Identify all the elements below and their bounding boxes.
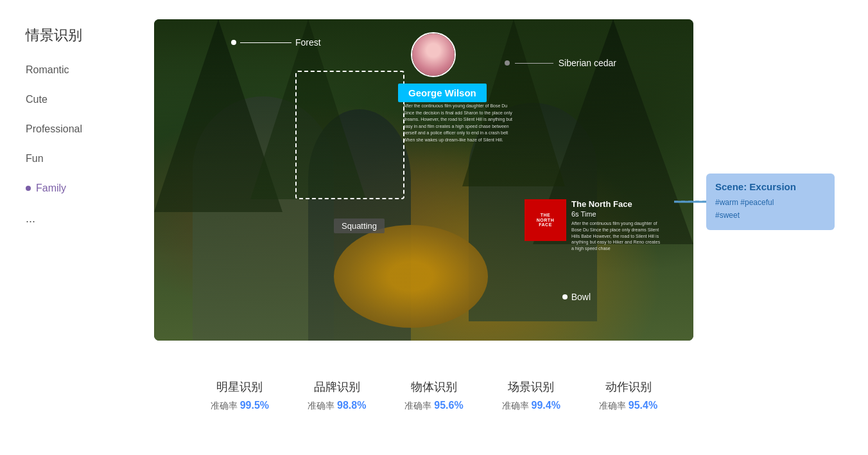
stat-rate: 准确率 99.4% <box>502 400 560 412</box>
stat-title: 动作识别 <box>605 379 652 395</box>
stat-rate: 准确率 95.4% <box>599 400 657 412</box>
stat-percent: 95.6% <box>434 400 463 411</box>
sidebar-item-romantic[interactable]: Romantic <box>26 64 141 76</box>
stat-percent: 98.8% <box>337 400 366 411</box>
stat-item-4: 动作识别准确率 95.4% <box>599 379 657 412</box>
sidebar-item-fun[interactable]: Fun <box>26 153 141 165</box>
scene-callout-box: Scene: Excursion #warm #peaceful #sweet <box>706 174 835 230</box>
stat-item-0: 明星识别准确率 99.5% <box>211 379 269 412</box>
stat-percent: 99.4% <box>532 400 560 411</box>
stat-percent: 95.4% <box>629 400 657 411</box>
photo-background <box>154 19 693 341</box>
stat-item-2: 物体识别准确率 95.6% <box>404 379 463 412</box>
active-bullet <box>26 186 31 191</box>
sidebar-item-family[interactable]: Family <box>26 183 141 194</box>
image-area: Forest George Wilson After the continuou… <box>154 19 693 341</box>
sidebar-item-cute[interactable]: Cute <box>26 94 141 105</box>
sidebar-more[interactable]: ... <box>26 212 141 226</box>
sidebar: 情景识别 Romantic Cute Professional Fun Fami… <box>26 19 141 341</box>
sidebar-list: Romantic Cute Professional Fun Family <box>26 64 141 194</box>
stat-rate: 准确率 95.6% <box>404 400 463 412</box>
scene-image: Forest George Wilson After the continuou… <box>154 19 693 341</box>
stat-title: 场景识别 <box>508 379 554 395</box>
stat-rate: 准确率 99.5% <box>211 400 269 412</box>
scene-callout-tags: #warm #peaceful #sweet <box>715 196 826 222</box>
stats-container: 明星识别准确率 99.5%品牌识别准确率 98.8%物体识别准确率 95.6%场… <box>0 360 868 425</box>
sidebar-item-label: Fun <box>26 153 44 165</box>
scene-callout-title: Scene: Excursion <box>715 181 826 192</box>
stat-item-1: 品牌识别准确率 98.8% <box>308 379 366 412</box>
sidebar-item-label: Cute <box>26 94 48 105</box>
stat-item-3: 场景识别准确率 99.4% <box>502 379 560 412</box>
stat-title: 品牌识别 <box>314 379 360 395</box>
stat-title: 明星识别 <box>216 379 263 395</box>
sidebar-item-professional[interactable]: Professional <box>26 123 141 135</box>
sidebar-title: 情景识别 <box>26 26 141 45</box>
stat-rate: 准确率 98.8% <box>308 400 366 412</box>
sidebar-item-label: Professional <box>26 123 82 135</box>
stat-percent: 99.5% <box>240 400 269 411</box>
sidebar-item-label: Romantic <box>26 64 69 76</box>
sidebar-item-label: Family <box>36 183 66 194</box>
stat-title: 物体识别 <box>411 379 457 395</box>
